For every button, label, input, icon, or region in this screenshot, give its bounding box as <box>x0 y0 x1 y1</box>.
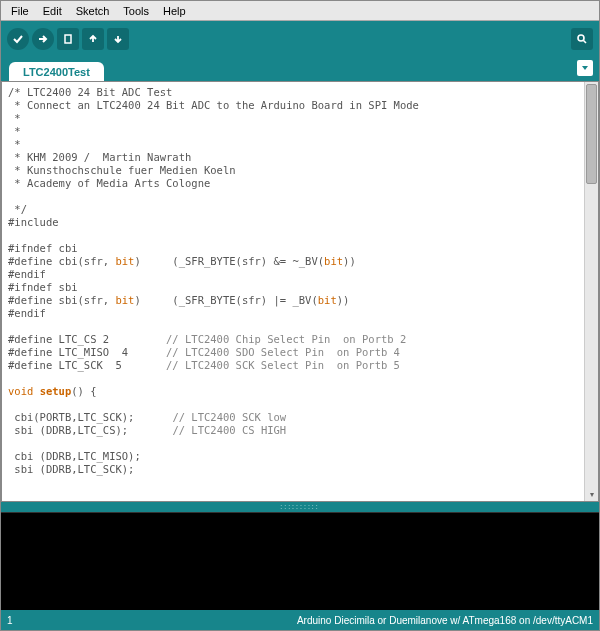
upload-button[interactable] <box>32 28 54 50</box>
scroll-down-arrow[interactable]: ▾ <box>585 487 598 501</box>
code-editor[interactable]: /* LTC2400 24 Bit ADC Test * Connect an … <box>2 82 584 501</box>
svg-point-1 <box>578 35 584 41</box>
check-icon <box>12 33 24 45</box>
arrow-up-icon <box>87 33 99 45</box>
menu-edit[interactable]: Edit <box>37 3 68 19</box>
status-line-number: 1 <box>7 615 13 626</box>
file-icon <box>62 33 74 45</box>
menu-tools[interactable]: Tools <box>117 3 155 19</box>
status-bar: 1 Arduino Diecimila or Duemilanove w/ AT… <box>1 610 599 630</box>
scroll-thumb[interactable] <box>586 84 597 184</box>
magnifier-icon <box>576 33 588 45</box>
menu-file[interactable]: File <box>5 3 35 19</box>
tab-active[interactable]: LTC2400Test <box>9 62 104 81</box>
open-button[interactable] <box>82 28 104 50</box>
serial-monitor-button[interactable] <box>571 28 593 50</box>
chevron-down-icon <box>580 63 590 73</box>
menu-bar: File Edit Sketch Tools Help <box>1 1 599 21</box>
svg-line-2 <box>584 41 587 44</box>
new-button[interactable] <box>57 28 79 50</box>
console-output <box>1 512 599 610</box>
tab-bar: LTC2400Test <box>1 57 599 81</box>
menu-help[interactable]: Help <box>157 3 192 19</box>
tab-menu-button[interactable] <box>577 60 593 76</box>
arrow-right-icon <box>37 33 49 45</box>
verify-button[interactable] <box>7 28 29 50</box>
editor-area: /* LTC2400 24 Bit ADC Test * Connect an … <box>1 81 599 502</box>
svg-rect-0 <box>65 35 71 43</box>
save-button[interactable] <box>107 28 129 50</box>
arrow-down-icon <box>112 33 124 45</box>
status-board-info: Arduino Diecimila or Duemilanove w/ ATme… <box>297 615 593 626</box>
menu-sketch[interactable]: Sketch <box>70 3 116 19</box>
toolbar <box>1 21 599 57</box>
editor-scrollbar[interactable]: ▾ <box>584 82 598 501</box>
pane-splitter[interactable]: :::::::::: <box>1 502 599 512</box>
